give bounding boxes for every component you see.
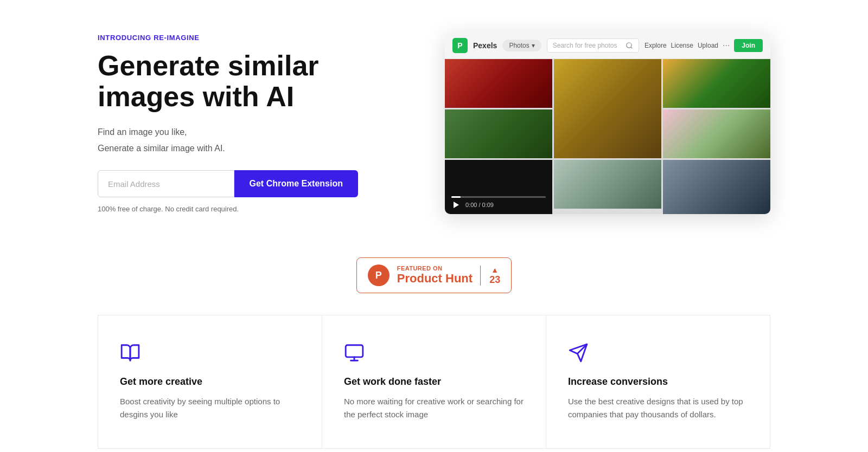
feature-title-creative: Get more creative xyxy=(120,376,300,388)
product-hunt-vote: ▲ 23 xyxy=(480,266,500,286)
vote-arrow-icon: ▲ xyxy=(491,266,499,274)
browser-mockup: P Pexels Photos ▾ Search for free photos xyxy=(445,33,770,214)
video-play-button[interactable] xyxy=(451,200,461,210)
email-input[interactable] xyxy=(98,170,234,197)
browser-nav-pills: Photos ▾ xyxy=(502,40,541,51)
grid-cell-video[interactable]: 0:00 / 0:09 xyxy=(445,160,552,214)
grid-cell-sweater-person xyxy=(554,59,661,158)
product-hunt-name: Product Hunt xyxy=(397,272,473,286)
feature-title-conversions: Increase conversions xyxy=(568,376,748,388)
monitor-icon xyxy=(344,343,524,363)
hero-subtitle: Find an image you like, Generate a simil… xyxy=(98,125,358,155)
photos-pill[interactable]: Photos ▾ xyxy=(502,40,541,51)
feature-desc-conversions: Use the best creative designs that is us… xyxy=(568,395,748,421)
features-section: Get more creative Boost creativity by se… xyxy=(0,304,868,452)
browser-bar: P Pexels Photos ▾ Search for free photos xyxy=(445,33,770,59)
hero-title: Generate similar images with AI xyxy=(98,50,358,112)
feature-card-creative: Get more creative Boost creativity by se… xyxy=(98,315,322,449)
video-timestamp: 0:00 / 0:09 xyxy=(465,202,494,208)
feature-card-conversions: Increase conversions Use the best creati… xyxy=(546,315,770,449)
grid-cell-autumn-trees xyxy=(663,59,770,108)
license-link[interactable]: License xyxy=(671,42,693,49)
feature-card-faster: Get work done faster No more waiting for… xyxy=(322,315,546,449)
product-hunt-logo: P xyxy=(368,264,390,286)
feature-title-faster: Get work done faster xyxy=(344,376,524,388)
vote-count: 23 xyxy=(489,274,500,286)
cta-form: Get Chrome Extension xyxy=(98,170,358,197)
introducing-label: INTRODUCING RE-IMAGINE xyxy=(98,34,358,42)
hero-section: INTRODUCING RE-IMAGINE Generate similar … xyxy=(0,0,868,236)
book-open-icon xyxy=(120,343,300,363)
grid-cell-foggy-trees xyxy=(554,160,661,214)
grid-cell-field xyxy=(445,109,552,158)
upload-link[interactable]: Upload xyxy=(698,42,718,49)
more-options-icon[interactable]: ··· xyxy=(723,41,730,50)
pexels-logo: P xyxy=(452,38,468,53)
pexels-brand: Pexels xyxy=(473,41,497,50)
feature-desc-faster: No more waiting for creative work or sea… xyxy=(344,395,524,421)
svg-point-0 xyxy=(627,43,631,48)
get-extension-button[interactable]: Get Chrome Extension xyxy=(234,170,358,197)
grid-cell-red-person xyxy=(445,59,552,108)
product-hunt-section: P FEATURED ON Product Hunt ▲ 23 xyxy=(0,236,868,304)
image-grid: 0:00 / 0:09 xyxy=(445,59,770,214)
grid-cell-phone-hand xyxy=(663,160,770,214)
svg-rect-2 xyxy=(346,345,363,357)
send-icon xyxy=(568,343,748,363)
hero-content-left: INTRODUCING RE-IMAGINE Generate similar … xyxy=(98,34,358,214)
browser-actions: Explore License Upload ··· Join xyxy=(644,39,763,52)
featured-on-label: FEATURED ON xyxy=(397,265,473,272)
join-button[interactable]: Join xyxy=(734,39,763,52)
browser-search-bar[interactable]: Search for free photos xyxy=(547,38,639,53)
svg-line-1 xyxy=(631,47,633,49)
explore-link[interactable]: Explore xyxy=(644,42,667,49)
product-hunt-text: FEATURED ON Product Hunt xyxy=(397,265,473,286)
free-note: 100% free of charge. No credit card requ… xyxy=(98,205,358,213)
product-hunt-badge[interactable]: P FEATURED ON Product Hunt ▲ 23 xyxy=(356,257,512,293)
feature-desc-creative: Boost creativity by seeing multiple opti… xyxy=(120,395,300,421)
grid-cell-cherry-blossom xyxy=(663,109,770,158)
